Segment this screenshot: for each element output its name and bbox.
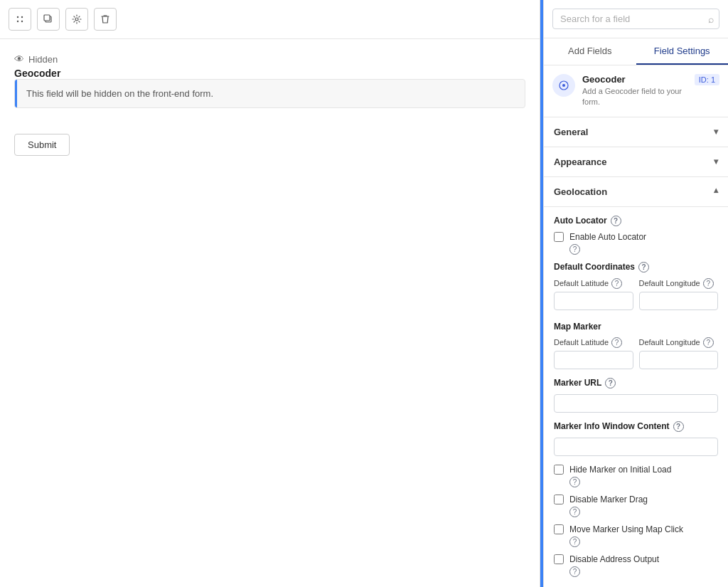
move-marker-checkbox[interactable] xyxy=(554,524,564,534)
duplicate-button[interactable] xyxy=(37,8,60,31)
default-lon-label: Default Longitude ? xyxy=(639,278,719,289)
accordion-appearance-header[interactable]: Appearance ▾ xyxy=(544,147,728,176)
tab-field-settings[interactable]: Field Settings xyxy=(636,38,729,65)
marker-info-help-icon[interactable]: ? xyxy=(673,421,684,432)
marker-lat-field: Default Latitude ? xyxy=(554,337,633,369)
field-label-row: 👁 Hidden xyxy=(14,53,525,65)
disable-address-label: Disable Address Output xyxy=(569,554,659,564)
chevron-up-icon-geolocation: ▾ xyxy=(714,186,718,196)
svg-point-6 xyxy=(75,18,78,21)
field-type-icon xyxy=(552,74,575,97)
auto-locator-help-icon[interactable]: ? xyxy=(611,216,621,226)
auto-locator-sub-help-icon[interactable]: ? xyxy=(569,244,580,255)
svg-point-1 xyxy=(21,16,23,18)
disable-address-row: Disable Address Output xyxy=(554,554,718,564)
marker-lon-input[interactable] xyxy=(639,351,719,369)
marker-url-help-icon[interactable]: ? xyxy=(605,378,616,388)
left-panel: 👁 Hidden Geocoder This field will be hid… xyxy=(0,0,540,587)
default-coords-help-icon[interactable]: ? xyxy=(638,262,649,273)
hide-marker-label: Hide Marker on Initial Load xyxy=(569,465,671,475)
marker-url-label: Marker URL ? xyxy=(554,378,718,388)
right-panel: ⌕ Add Fields Field Settings Geocoder Add… xyxy=(543,0,728,587)
disable-drag-help-icon[interactable]: ? xyxy=(569,507,580,517)
svg-point-3 xyxy=(21,21,23,22)
form-area: 👁 Hidden Geocoder This field will be hid… xyxy=(0,39,540,587)
tab-add-fields[interactable]: Add Fields xyxy=(544,38,636,65)
accordion-geolocation: Geolocation ▾ Auto Locator ? Enable Auto… xyxy=(544,177,728,587)
chevron-down-icon: ▾ xyxy=(714,127,718,137)
disable-drag-row: Disable Marker Drag xyxy=(554,495,718,504)
search-icon: ⌕ xyxy=(708,14,714,25)
hidden-icon: 👁 xyxy=(14,53,24,65)
marker-lon-label: Default Longitude ? xyxy=(639,337,719,348)
grid-button[interactable] xyxy=(9,8,31,31)
search-bar: ⌕ xyxy=(544,0,728,38)
marker-info-group: Marker Info Window Content ? xyxy=(554,421,718,456)
field-info-desc: Add a Geocoder field to your form. xyxy=(582,86,687,108)
svg-point-7 xyxy=(562,84,565,87)
hide-marker-row: Hide Marker on Initial Load xyxy=(554,465,718,475)
move-marker-label: Move Marker Using Map Click xyxy=(569,524,683,534)
marker-url-group: Marker URL ? xyxy=(554,378,718,413)
hidden-text: Hidden xyxy=(28,54,58,65)
search-input[interactable] xyxy=(552,9,719,29)
toolbar xyxy=(0,0,540,39)
field-block: 👁 Hidden Geocoder This field will be hid… xyxy=(14,53,525,108)
disable-address-help-icon[interactable]: ? xyxy=(569,566,580,577)
move-marker-block: Move Marker Using Map Click ? xyxy=(554,524,718,547)
svg-point-2 xyxy=(17,21,18,22)
accordion-general: General ▾ xyxy=(544,117,728,147)
geolocation-content: Auto Locator ? Enable Auto Locator ? Def… xyxy=(544,207,728,587)
default-lon-help-icon[interactable]: ? xyxy=(703,278,714,289)
svg-rect-5 xyxy=(44,15,50,21)
default-lon-input[interactable] xyxy=(639,292,719,310)
default-lat-input[interactable] xyxy=(554,292,633,310)
marker-info-label: Marker Info Window Content ? xyxy=(554,421,718,432)
accordion-appearance: Appearance ▾ xyxy=(544,147,728,177)
field-info-header: Geocoder Add a Geocoder field to your fo… xyxy=(544,65,728,117)
marker-info-input[interactable] xyxy=(554,438,718,456)
delete-button[interactable] xyxy=(94,8,117,31)
marker-url-input[interactable] xyxy=(554,394,718,413)
search-input-wrap: ⌕ xyxy=(552,9,719,29)
submit-button[interactable]: Submit xyxy=(14,134,70,156)
default-coords-label: Default Coordinates ? xyxy=(554,262,718,273)
accordion-geolocation-label: Geolocation xyxy=(554,186,607,197)
default-lat-help-icon[interactable]: ? xyxy=(611,278,622,289)
map-marker-coords-row: Default Latitude ? Default Longitude ? xyxy=(554,337,718,369)
marker-lat-help-icon[interactable]: ? xyxy=(611,337,622,348)
auto-locator-label: Auto Locator ? xyxy=(554,216,718,226)
field-id-badge: ID: 1 xyxy=(695,74,719,85)
field-info-text: This field will be hidden on the front-e… xyxy=(26,88,213,99)
marker-lon-field: Default Longitude ? xyxy=(639,337,719,369)
hide-marker-help-icon[interactable]: ? xyxy=(569,477,580,487)
marker-lat-label: Default Latitude ? xyxy=(554,337,633,348)
move-marker-row: Move Marker Using Map Click xyxy=(554,524,718,534)
hide-marker-checkbox[interactable] xyxy=(554,465,564,475)
settings-button[interactable] xyxy=(65,8,88,31)
disable-address-block: Disable Address Output ? xyxy=(554,554,718,577)
hide-marker-block: Hide Marker on Initial Load ? xyxy=(554,465,718,487)
accordion-appearance-label: Appearance xyxy=(554,157,606,167)
disable-drag-label: Disable Marker Drag xyxy=(569,495,648,504)
accordion-general-label: General xyxy=(554,127,588,137)
map-marker-label: Map Marker xyxy=(554,322,718,332)
field-info-box: This field will be hidden on the front-e… xyxy=(14,79,525,108)
chevron-down-icon-appearance: ▾ xyxy=(714,157,718,166)
default-lon-field: Default Longitude ? xyxy=(639,278,719,310)
accordion-general-header[interactable]: General ▾ xyxy=(544,117,728,147)
enable-auto-locator-label: Enable Auto Locator xyxy=(569,232,646,242)
accordion-geolocation-header[interactable]: Geolocation ▾ xyxy=(544,177,728,207)
marker-lon-help-icon[interactable]: ? xyxy=(703,337,714,348)
field-info-name: Geocoder xyxy=(582,74,687,85)
disable-address-checkbox[interactable] xyxy=(554,554,564,564)
field-info-text-block: Geocoder Add a Geocoder field to your fo… xyxy=(582,74,687,108)
default-lat-label: Default Latitude ? xyxy=(554,278,633,289)
move-marker-help-icon[interactable]: ? xyxy=(569,536,580,547)
disable-drag-checkbox[interactable] xyxy=(554,495,564,504)
field-title: Geocoder xyxy=(14,68,525,79)
svg-point-0 xyxy=(17,16,18,18)
enable-auto-locator-checkbox[interactable] xyxy=(554,232,564,242)
enable-auto-locator-row: Enable Auto Locator xyxy=(554,232,718,242)
marker-lat-input[interactable] xyxy=(554,351,633,369)
